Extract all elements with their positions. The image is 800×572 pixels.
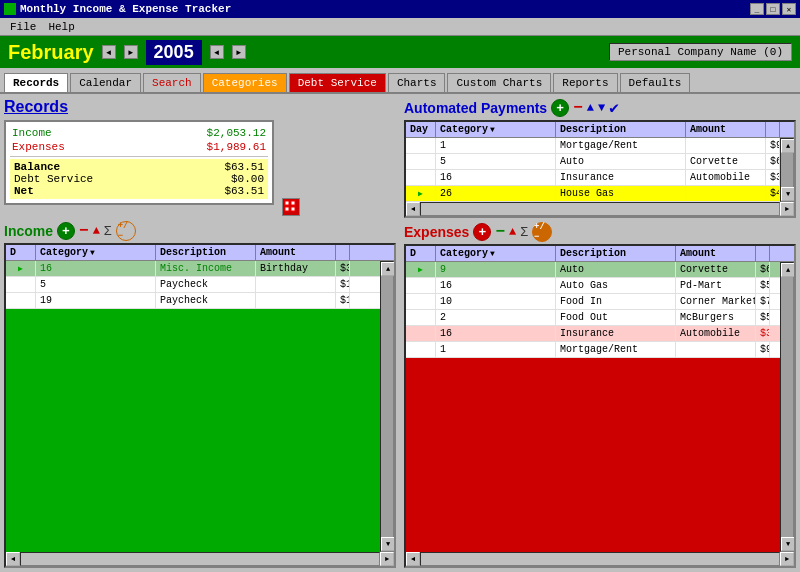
income-sigma-button[interactable]: Σ — [104, 224, 112, 239]
svg-rect-2 — [285, 207, 289, 211]
expenses-scroll-right[interactable]: ► — [780, 552, 794, 566]
expense-row-5[interactable]: 1 Mortgage/Rent $958.77 — [406, 342, 780, 358]
expense-row-2[interactable]: 10 Food In Corner Market $75.66 — [406, 294, 780, 310]
expenses-sigma-button[interactable]: Σ — [520, 225, 528, 240]
autopay-scrollbar-v[interactable]: ▲ ▼ — [780, 138, 794, 202]
expenses-scroll-down[interactable]: ▼ — [781, 537, 794, 551]
autopay-hscroll-track[interactable] — [420, 202, 780, 216]
tab-calendar[interactable]: Calendar — [70, 73, 141, 92]
autopay-r2-desc: Automobile — [686, 170, 766, 185]
income-row-0-indicator — [6, 261, 36, 276]
expense-row-1[interactable]: 16 Auto Gas Pd-Mart $5.00 — [406, 278, 780, 294]
income-scroll-track[interactable] — [381, 276, 393, 537]
income-scroll-down[interactable]: ▼ — [381, 537, 394, 551]
expenses-add-button[interactable]: + — [473, 223, 491, 241]
expense-r0-category: Auto — [556, 262, 676, 277]
title-bar: Monthly Income & Expense Tracker _ □ ✕ — [0, 0, 800, 18]
income-scroll-right[interactable]: ► — [380, 552, 394, 566]
expenses-col-category: Category ▼ — [436, 246, 556, 261]
income-add-button[interactable]: + — [57, 222, 75, 240]
expenses-up-button[interactable]: ▲ — [509, 225, 516, 239]
expense-r2-desc: Corner Market — [676, 294, 756, 309]
grid-icon-button[interactable] — [282, 198, 300, 216]
autopay-row-3[interactable]: 26 House Gas $45.00 — [406, 186, 780, 202]
autopay-up-button[interactable]: ▲ — [587, 101, 594, 115]
income-up-button[interactable]: ▲ — [93, 224, 100, 238]
tab-search[interactable]: Search — [143, 73, 201, 92]
tab-charts[interactable]: Charts — [388, 73, 446, 92]
autopay-r1-indicator — [406, 154, 436, 169]
income-scroll-header — [336, 245, 350, 260]
autopay-scroll-left[interactable]: ◄ — [406, 202, 420, 216]
income-hscroll-track[interactable] — [20, 552, 380, 566]
autopay-r0-day: 1 — [436, 138, 556, 153]
header-bar: February ◄ ► 2005 ◄ ► Personal Company N… — [0, 36, 800, 68]
company-name[interactable]: Personal Company Name (0) — [609, 43, 792, 61]
income-row-1[interactable]: 5 Paycheck $1,011.56 — [6, 277, 380, 293]
autopay-row-1[interactable]: 5 Auto Corvette $600.00 — [406, 154, 780, 170]
autopay-row-2[interactable]: 16 Insurance Automobile $344.20 — [406, 170, 780, 186]
maximize-button[interactable]: □ — [766, 3, 780, 15]
expense-r2-day: 10 — [436, 294, 556, 309]
tab-defaults[interactable]: Defaults — [620, 73, 691, 92]
expenses-plusminus-button[interactable]: +/− — [532, 222, 552, 242]
expenses-title: Expenses — [404, 224, 469, 240]
tab-debt-service[interactable]: Debt Service — [289, 73, 386, 92]
expense-r0-desc: Corvette — [676, 262, 756, 277]
minimize-button[interactable]: _ — [750, 3, 764, 15]
left-panel: Records Income $2,053.12 Expenses $1,989… — [0, 94, 400, 572]
autopay-row-0[interactable]: 1 Mortgage/Rent $958.77 — [406, 138, 780, 154]
close-button[interactable]: ✕ — [782, 3, 796, 15]
expenses-scroll-track[interactable] — [781, 277, 793, 537]
autopay-scroll-track[interactable] — [781, 153, 793, 187]
next-year-button[interactable]: ► — [232, 45, 246, 59]
income-row-0[interactable]: 16 Misc. Income Birthday $30.00 — [6, 261, 380, 277]
expenses-scrollbar-v[interactable]: ▲ ▼ — [780, 262, 794, 552]
expense-row-3[interactable]: 2 Food Out McBurgers $5.98 — [406, 310, 780, 326]
tab-records[interactable]: Records — [4, 73, 68, 92]
expenses-remove-button[interactable]: − — [495, 223, 505, 241]
autopay-add-button[interactable]: + — [551, 99, 569, 117]
autopay-scroll-right[interactable]: ► — [780, 202, 794, 216]
autopay-check-button[interactable]: ✔ — [609, 98, 619, 118]
income-scroll-up[interactable]: ▲ — [381, 262, 394, 276]
prev-month-button[interactable]: ◄ — [102, 45, 116, 59]
autopay-scroll-down[interactable]: ▼ — [781, 187, 794, 201]
income-row-2[interactable]: 19 Paycheck $1,011.56 — [6, 293, 380, 309]
tab-reports[interactable]: Reports — [553, 73, 617, 92]
expenses-col-description: Description — [556, 246, 676, 261]
expense-row-4[interactable]: 16 Insurance Automobile $344.20 — [406, 326, 780, 342]
next-month-button[interactable]: ► — [124, 45, 138, 59]
autopay-cat-dropdown: ▼ — [490, 125, 495, 134]
autopay-r1-day: 5 — [436, 154, 556, 169]
autopay-table-body: 1 Mortgage/Rent $958.77 5 Auto Corvette … — [406, 138, 780, 202]
tab-categories[interactable]: Categories — [203, 73, 287, 92]
autopay-down-button[interactable]: ▼ — [598, 101, 605, 115]
expense-r1-category: Auto Gas — [556, 278, 676, 293]
expense-r4-day: 16 — [436, 326, 556, 341]
expenses-table-body: 9 Auto Corvette $600.00 16 Auto Gas Pd-M… — [406, 262, 780, 552]
prev-year-button[interactable]: ◄ — [210, 45, 224, 59]
expenses-section: Expenses + − ▲ Σ +/− D Category ▼ Descri… — [404, 222, 796, 568]
tab-custom-charts[interactable]: Custom Charts — [447, 73, 551, 92]
income-scroll-left[interactable]: ◄ — [6, 552, 20, 566]
autopay-r2-amount: $344.20 — [766, 170, 780, 185]
autopay-header: Automated Payments + − ▲ ▼ ✔ — [404, 98, 796, 118]
menu-file[interactable]: File — [4, 20, 42, 34]
income-col-amount: Amount — [256, 245, 336, 260]
category-dropdown-icon: ▼ — [90, 248, 95, 257]
menu-help[interactable]: Help — [42, 20, 80, 34]
income-header: Income + − ▲ Σ +/− — [4, 221, 396, 241]
income-remove-button[interactable]: − — [79, 222, 89, 240]
autopay-col-day: Day — [406, 122, 436, 137]
income-row-2-amount: $1,011.56 — [336, 293, 350, 308]
autopay-bottom-scroll: ◄ ► — [406, 202, 794, 216]
expense-row-0[interactable]: 9 Auto Corvette $600.00 — [406, 262, 780, 278]
expenses-hscroll-track[interactable] — [420, 552, 780, 566]
expenses-scroll-up[interactable]: ▲ — [781, 263, 794, 277]
autopay-remove-button[interactable]: − — [573, 99, 583, 117]
income-plusminus-button[interactable]: +/− — [116, 221, 136, 241]
income-scrollbar-v[interactable]: ▲ ▼ — [380, 261, 394, 552]
autopay-scroll-up[interactable]: ▲ — [781, 139, 794, 153]
expenses-scroll-left[interactable]: ◄ — [406, 552, 420, 566]
